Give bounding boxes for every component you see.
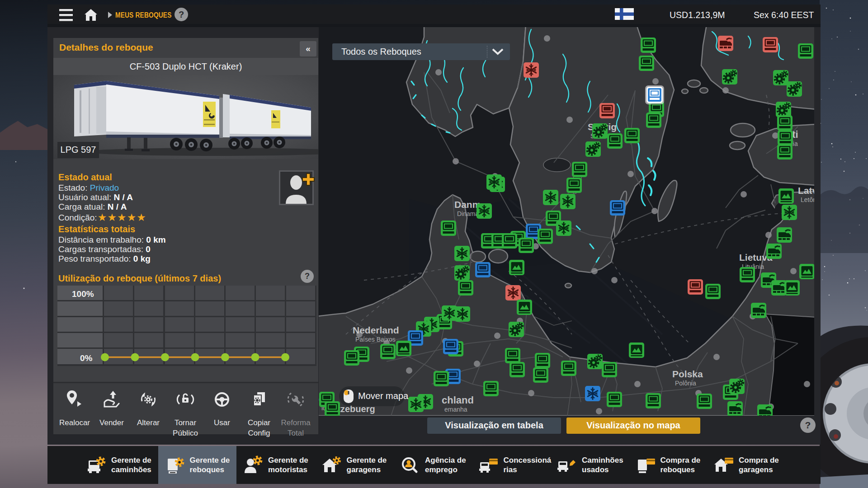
svg-text:Letôni: Letôni xyxy=(801,196,814,203)
svg-text:chland: chland xyxy=(442,394,474,406)
svg-text:Polska: Polska xyxy=(672,369,703,379)
svg-text:Nederland: Nederland xyxy=(353,325,399,335)
svg-text:Dinama: Dinama xyxy=(457,210,479,217)
svg-text:Latvij: Latvij xyxy=(798,185,814,196)
svg-text:emanha: emanha xyxy=(444,406,467,413)
svg-text:Países Baixos: Países Baixos xyxy=(355,336,396,343)
svg-text:Polônia: Polônia xyxy=(675,380,696,387)
